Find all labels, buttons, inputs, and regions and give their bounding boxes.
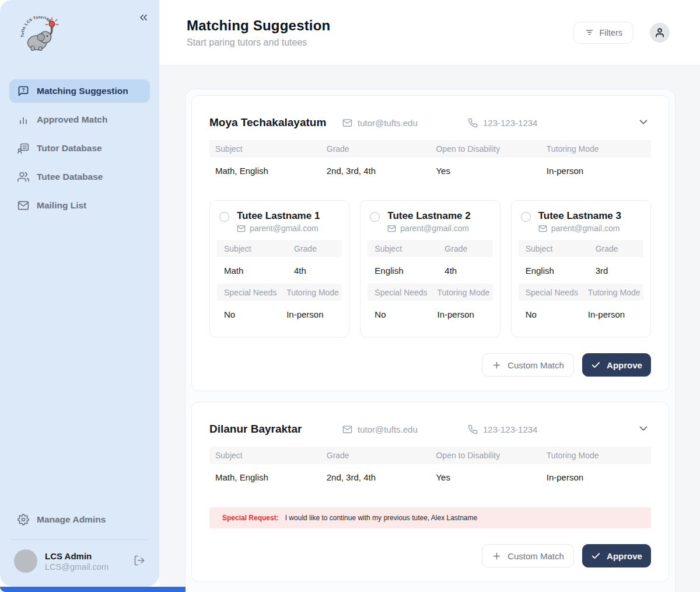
tutee-email-text: parent@gmail.com — [400, 224, 469, 233]
sidebar-item-mailing-list[interactable]: Mailing List — [9, 194, 150, 217]
tutee-email-text: parent@gmail.com — [250, 224, 318, 233]
sidebar-item-matching-suggestion[interactable]: ?Matching Suggestion — [9, 79, 150, 103]
approve-button[interactable]: Approve — [582, 544, 651, 567]
manage-admins-label: Manage Admins — [37, 514, 106, 525]
filters-label: Filters — [600, 28, 622, 37]
sidebar-item-approved-match[interactable]: Approved Match — [9, 108, 150, 131]
tutee-email: parent@gmail.com — [387, 224, 470, 233]
column-header-subject: Subject — [519, 244, 589, 253]
tutee-card[interactable]: Tutee Lastname 2parent@gmail.comSubjectG… — [360, 200, 500, 337]
tutor-phone-text: 123-123-1234 — [483, 118, 537, 128]
current-user: LCS Admin LCS@gmail.com — [9, 549, 150, 576]
tutor-mode-value: In-person — [541, 472, 651, 482]
check-icon — [591, 360, 601, 370]
custom-match-label: Custom Match — [508, 360, 564, 370]
column-header-tutoring-mode: Tutoring Mode — [430, 288, 492, 297]
column-header-special-needs: Special Needs — [217, 288, 279, 297]
tutee-email: parent@gmail.com — [237, 224, 320, 233]
tutee-radio[interactable] — [219, 212, 229, 222]
tutee-grade-value: 3rd — [589, 266, 643, 276]
tutor-cards-container: Moya Techakalayatumtutor@tufts.edu123-12… — [185, 89, 676, 592]
mail-icon — [342, 118, 352, 128]
card-actions: Custom MatchApprove — [209, 353, 651, 377]
sidebar: Tufts LCS Tutoring ?Matchi — [0, 0, 159, 587]
tutor-grade-value: 2nd, 3rd, 4th — [321, 166, 430, 176]
tutee-radio[interactable] — [521, 212, 531, 222]
approve-label: Approve — [607, 551, 642, 561]
approve-button[interactable]: Approve — [582, 353, 651, 377]
special-request-text: I would like to continue with my previou… — [285, 514, 478, 522]
column-header-tutoring-mode: Tutoring Mode — [279, 288, 342, 297]
tutee-name: Tutee Lastname 2 — [387, 210, 470, 222]
tutor-email-text: tutor@tufts.edu — [358, 424, 418, 434]
sidebar-item-tutor-database[interactable]: Tutor Database — [9, 137, 150, 160]
special-request-label: Special Request: — [222, 514, 279, 522]
tutee-subject-value: English — [519, 266, 589, 276]
plus-icon — [492, 360, 502, 370]
phone-icon — [468, 424, 478, 434]
tutor-email-text: tutor@tufts.edu — [358, 118, 418, 128]
mail-icon — [237, 224, 246, 233]
page-title: Matching Suggestion — [187, 18, 330, 34]
page-header: Matching Suggestion Start paring tutors … — [159, 0, 700, 65]
sidebar-item-label: Matching Suggestion — [37, 86, 128, 96]
tutor-grade-value: 2nd, 3rd, 4th — [321, 472, 430, 482]
tutor-disability-value: Yes — [430, 166, 540, 176]
tutee-email-text: parent@gmail.com — [551, 224, 620, 233]
plus-icon — [492, 551, 502, 561]
content-scroll-area[interactable]: Moya Techakalayatumtutor@tufts.edu123-12… — [159, 65, 700, 592]
custom-match-label: Custom Match — [508, 551, 564, 561]
manage-admins-button[interactable]: Manage Admins — [9, 508, 150, 531]
special-request-banner: Special Request:I would like to continue… — [209, 507, 651, 528]
tutor-phone-text: 123-123-1234 — [483, 424, 537, 434]
sidebar-divider — [10, 539, 149, 540]
tutor-phone: 123-123-1234 — [468, 118, 537, 128]
user-email: LCS@gmail.com — [45, 562, 125, 572]
chevrons-left-icon — [138, 12, 149, 23]
filter-icon — [584, 27, 594, 37]
tutee-special-needs-value: No — [217, 309, 279, 319]
phone-icon — [468, 118, 478, 128]
check-icon — [591, 551, 601, 561]
column-header-special-needs: Special Needs — [519, 288, 581, 297]
sidebar-item-tutee-database[interactable]: Tutee Database — [9, 165, 150, 189]
elephant-logo-icon: Tufts LCS Tutoring — [20, 15, 65, 54]
tutee-name: Tutee Lastname 3 — [538, 210, 621, 222]
column-header-disability: Open to Disability — [430, 144, 540, 154]
tutee-radio[interactable] — [370, 212, 380, 222]
tutor-disability-value: Yes — [430, 472, 540, 482]
mail-icon — [342, 424, 352, 434]
column-header-tutoring-mode: Tutoring Mode — [541, 144, 651, 154]
chat-question-icon: ? — [18, 85, 29, 97]
app-logo: Tufts LCS Tutoring — [20, 15, 65, 54]
column-header-grade: Grade — [438, 244, 492, 253]
column-header-tutoring-mode: Tutoring Mode — [581, 288, 643, 297]
column-header-disability: Open to Disability — [430, 451, 540, 460]
expand-tutor-button[interactable] — [636, 115, 651, 130]
column-header-special-needs: Special Needs — [368, 288, 430, 297]
column-header-grade: Grade — [321, 144, 430, 154]
tutor-list-icon — [18, 142, 29, 154]
logout-button[interactable] — [132, 554, 146, 568]
sidebar-item-label: Tutee Database — [37, 172, 103, 182]
tutor-card: Moya Techakalayatumtutor@tufts.edu123-12… — [191, 95, 669, 391]
column-header-subject: Subject — [217, 244, 287, 253]
gear-icon — [18, 514, 29, 525]
user-avatar — [14, 549, 37, 573]
tutor-subject-value: Math, English — [209, 472, 321, 482]
profile-button[interactable] — [650, 23, 670, 43]
tutee-grade-value: 4th — [287, 266, 342, 276]
tutor-card: Dilanur Bayraktartutor@tufts.edu123-123-… — [191, 402, 669, 582]
tutee-card[interactable]: Tutee Lastname 1parent@gmail.comSubjectG… — [209, 200, 349, 337]
card-actions: Custom MatchApprove — [209, 544, 651, 567]
tutor-email: tutor@tufts.edu — [342, 118, 468, 128]
custom-match-button[interactable]: Custom Match — [482, 353, 574, 377]
filters-button[interactable]: Filters — [573, 22, 634, 44]
tutor-info-table: SubjectGradeOpen to DisabilityTutoring M… — [209, 447, 651, 490]
sidebar-item-label: Tutor Database — [37, 143, 102, 154]
expand-tutor-button[interactable] — [636, 422, 651, 437]
tutee-special-needs-value: No — [368, 309, 430, 319]
sidebar-collapse-button[interactable] — [137, 12, 150, 25]
custom-match-button[interactable]: Custom Match — [482, 544, 574, 567]
tutee-card[interactable]: Tutee Lastname 3parent@gmail.comSubjectG… — [511, 200, 651, 337]
